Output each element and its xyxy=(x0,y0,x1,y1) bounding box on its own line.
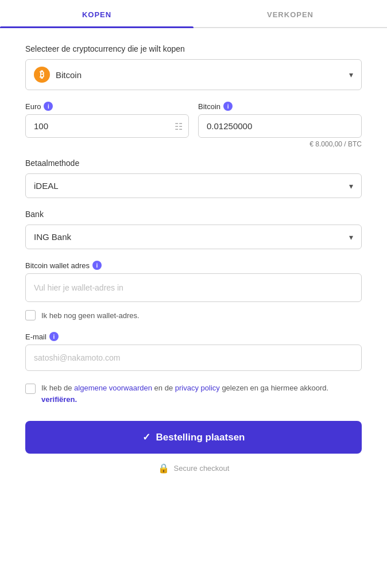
euro-field-group: Euro i ☷ xyxy=(25,102,189,138)
bank-dropdown[interactable]: ING Bank ▾ xyxy=(25,225,362,249)
submit-checkmark: ✓ xyxy=(142,431,150,443)
terms-checkbox[interactable] xyxy=(25,384,36,394)
secure-checkout: 🔒 Secure checkout xyxy=(25,463,362,485)
crypto-selected-value: Bitcoin xyxy=(56,70,82,80)
email-info-icon[interactable]: i xyxy=(49,332,59,341)
bitcoin-label: Bitcoin i xyxy=(198,102,362,111)
bitcoin-field-group: Bitcoin i xyxy=(198,102,362,138)
submit-label: Bestelling plaatsen xyxy=(156,432,245,443)
lock-icon: 🔒 xyxy=(158,463,169,474)
tab-buy[interactable]: KOPEN xyxy=(0,0,194,27)
euro-label: Euro i xyxy=(25,102,189,111)
tab-sell[interactable]: VERKOPEN xyxy=(194,0,387,27)
wallet-section: Bitcoin wallet adres i xyxy=(25,261,362,302)
submit-button[interactable]: ✓ Bestelling plaatsen xyxy=(25,421,362,454)
payment-method-value: iDEAL xyxy=(34,181,59,191)
privacy-link[interactable]: privacy policy xyxy=(175,384,220,392)
payment-method-inner[interactable]: iDEAL ▾ xyxy=(26,174,361,198)
verify-link[interactable]: verifiëren. xyxy=(41,395,77,404)
bitcoin-input-wrapper xyxy=(198,114,362,138)
terms-row: Ik heb de algemene voorwaarden en de pri… xyxy=(25,382,362,405)
tab-bar: KOPEN VERKOPEN xyxy=(0,0,387,28)
bitcoin-icon: ₿ xyxy=(34,67,50,83)
payment-method-label: Betaalmethode xyxy=(25,158,362,168)
euro-input[interactable] xyxy=(26,115,188,137)
bank-dropdown-inner[interactable]: ING Bank ▾ xyxy=(26,225,361,249)
btc-rate: € 8.000,00 / BTC xyxy=(25,140,362,148)
terms-suffix: gelezen en ga hiermee akkoord. xyxy=(220,384,328,392)
wallet-input-wrapper xyxy=(25,273,362,302)
bitcoin-input[interactable] xyxy=(199,115,361,137)
crypto-select-label: Selecteer de cryptocurrency die je wilt … xyxy=(25,44,362,53)
terms-prefix: Ik heb de xyxy=(41,384,74,392)
no-wallet-row: Ik heb nog geen wallet-adres. xyxy=(25,310,362,320)
card-icon: ☷ xyxy=(175,121,183,131)
tab-active-indicator xyxy=(0,26,194,28)
email-label: E-mail i xyxy=(25,332,362,341)
bank-label: Bank xyxy=(25,210,362,219)
crypto-dropdown[interactable]: ₿ Bitcoin ▾ xyxy=(25,59,362,90)
form-area: Selecteer de cryptocurrency die je wilt … xyxy=(0,28,387,499)
bank-value: ING Bank xyxy=(34,232,71,242)
chevron-down-icon: ▾ xyxy=(349,233,353,242)
email-input[interactable] xyxy=(26,345,361,370)
amount-fields: Euro i ☷ Bitcoin i xyxy=(25,102,362,138)
no-wallet-checkbox[interactable] xyxy=(25,310,36,320)
wallet-input[interactable] xyxy=(26,274,361,301)
wallet-label: Bitcoin wallet adres i xyxy=(25,261,362,270)
terms-connector: en de xyxy=(152,384,175,392)
terms-link[interactable]: algemene voorwaarden xyxy=(74,384,152,392)
no-wallet-label[interactable]: Ik heb nog geen wallet-adres. xyxy=(41,311,140,320)
chevron-down-icon: ▾ xyxy=(349,70,353,79)
euro-input-wrapper: ☷ xyxy=(25,114,189,138)
crypto-dropdown-inner[interactable]: ₿ Bitcoin ▾ xyxy=(26,60,361,90)
email-input-wrapper xyxy=(25,345,362,371)
wallet-info-icon[interactable]: i xyxy=(92,261,102,270)
email-section: E-mail i xyxy=(25,332,362,371)
secure-checkout-label: Secure checkout xyxy=(174,464,230,473)
terms-text: Ik heb de algemene voorwaarden en de pri… xyxy=(41,382,362,405)
payment-method-dropdown[interactable]: iDEAL ▾ xyxy=(25,173,362,198)
bitcoin-info-icon[interactable]: i xyxy=(223,102,233,111)
chevron-down-icon: ▾ xyxy=(349,181,353,191)
euro-info-icon[interactable]: i xyxy=(44,102,53,111)
